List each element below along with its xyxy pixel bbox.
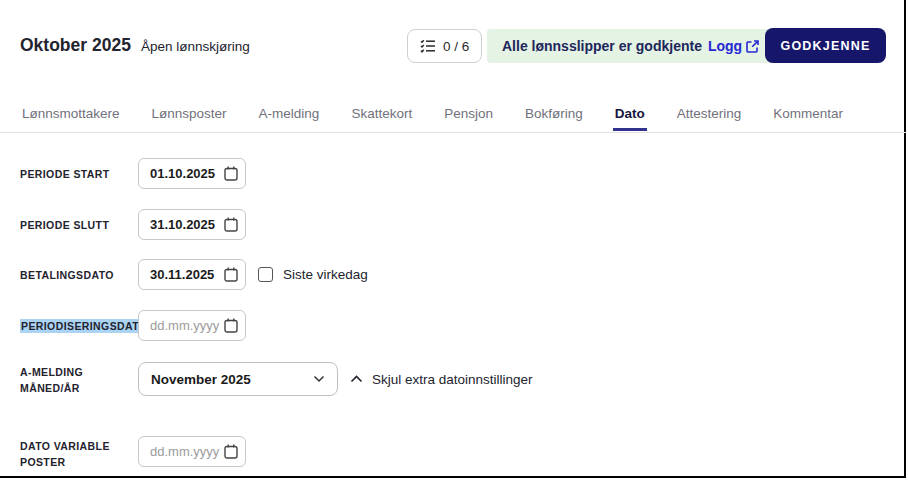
- tab-bar: Lønnsmottakere Lønnsposter A-melding Ska…: [20, 104, 845, 131]
- calendar-icon[interactable]: [224, 318, 238, 333]
- tab-dato[interactable]: Dato: [613, 104, 647, 131]
- approve-button[interactable]: GODKJENNE: [765, 28, 886, 63]
- payroll-status-text: Åpen lønnskjøring: [141, 39, 250, 54]
- page-title: Oktober 2025: [20, 35, 131, 56]
- amelding-maaned-select[interactable]: November 2025: [138, 362, 338, 396]
- periodiseringsdato-label: PERIODISERINGSDAT.: [20, 318, 138, 334]
- siste-virkedag-label: Siste virkedag: [283, 267, 368, 282]
- periode-start-label: PERIODE START: [20, 166, 138, 182]
- task-progress-button[interactable]: 0 / 6: [407, 29, 482, 63]
- periode-slutt-input[interactable]: [150, 217, 224, 232]
- hide-extra-date-settings-toggle[interactable]: Skjul extra datoinnstillinger: [350, 362, 533, 396]
- tab-pensjon[interactable]: Pensjon: [442, 104, 495, 131]
- periodiseringsdato-field[interactable]: [138, 310, 246, 341]
- tab-lonnsposter[interactable]: Lønnsposter: [150, 104, 229, 131]
- calendar-icon[interactable]: [224, 166, 238, 181]
- betalingsdato-input[interactable]: [150, 267, 224, 282]
- calendar-icon[interactable]: [224, 267, 238, 282]
- approval-status-banner: Alle lønnsslipper er godkjente Logg: [487, 29, 774, 63]
- progress-counter: 0 / 6: [443, 39, 469, 54]
- periode-start-field[interactable]: [138, 158, 246, 189]
- periode-start-input[interactable]: [150, 166, 224, 181]
- tab-divider: [0, 132, 906, 133]
- chevron-down-icon: [313, 375, 325, 383]
- selected-month: November 2025: [151, 372, 251, 387]
- calendar-icon[interactable]: [224, 444, 238, 459]
- periode-slutt-field[interactable]: [138, 209, 246, 240]
- periodiseringsdato-input[interactable]: [150, 318, 224, 333]
- tab-bokforing[interactable]: Bokføring: [523, 104, 585, 131]
- amelding-maaned-label: A-MELDING MÅNED/ÅR: [20, 364, 138, 396]
- dato-variable-poster-field[interactable]: [138, 436, 246, 467]
- log-link[interactable]: Logg: [708, 38, 759, 54]
- betalingsdato-label: BETALINGSDATO: [20, 267, 138, 283]
- siste-virkedag-option: Siste virkedag: [258, 259, 368, 290]
- dato-variable-poster-input[interactable]: [150, 444, 224, 459]
- tab-lonnsmottakere[interactable]: Lønnsmottakere: [20, 104, 122, 131]
- tab-attestering[interactable]: Attestering: [675, 104, 744, 131]
- periode-slutt-label: PERIODE SLUTT: [20, 217, 138, 233]
- dato-variable-poster-label: DATO VARIABLE POSTER: [20, 438, 138, 470]
- siste-virkedag-checkbox[interactable]: [258, 267, 273, 282]
- tab-kommentar[interactable]: Kommentar: [771, 104, 845, 131]
- app-window: Oktober 2025 Åpen lønnskjøring 0 / 6 All…: [0, 0, 906, 478]
- checklist-icon: [420, 39, 436, 53]
- chevron-up-icon: [350, 375, 363, 383]
- betalingsdato-field[interactable]: [138, 259, 246, 290]
- calendar-icon[interactable]: [224, 217, 238, 232]
- tab-a-melding[interactable]: A-melding: [257, 104, 322, 131]
- tab-skattekort[interactable]: Skattekort: [349, 104, 414, 131]
- approval-text: Alle lønnsslipper er godkjente: [502, 38, 702, 54]
- external-link-icon: [746, 40, 759, 53]
